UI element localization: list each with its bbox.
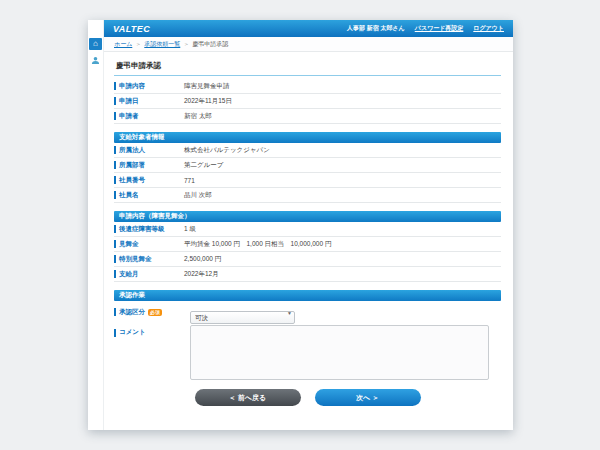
label-accent-bar <box>114 270 116 278</box>
breadcrumb-separator: ＞ <box>135 40 141 49</box>
label-accent-bar <box>114 161 116 169</box>
field-value: 新宿 太郎 <box>184 112 212 121</box>
sidebar-item-home[interactable]: ⌂ <box>89 38 102 50</box>
label-accent-bar <box>114 112 116 120</box>
label-accent-bar <box>114 176 116 184</box>
field-label: 見舞金 <box>114 240 184 249</box>
breadcrumb: ホーム ＞ 承認依頼一覧 ＞ 慶弔申請承認 <box>104 37 513 52</box>
page-title: 慶弔申請承認 <box>114 58 501 76</box>
sidebar-item-people[interactable] <box>89 54 102 66</box>
button-row: ＜ 前へ戻る 次へ ＞ <box>114 389 501 406</box>
approval-decision-row: 承認区分 必須 可決 ▼ <box>114 301 501 323</box>
field-value: 2,500,000 円 <box>184 255 221 264</box>
field-value: 1 級 <box>184 225 196 234</box>
field-label: 社員名 <box>114 191 184 200</box>
comment-textarea[interactable] <box>190 325 489 380</box>
table-row: 申請内容 障害見舞金申請 <box>114 79 501 94</box>
field-label: 承認区分 必須 <box>114 308 190 317</box>
field-value: 株式会社バルテックジャパン <box>184 146 270 155</box>
label-accent-bar <box>114 225 116 233</box>
field-value: 品川 次郎 <box>184 191 212 200</box>
field-label: 社員番号 <box>114 176 184 185</box>
next-button[interactable]: 次へ ＞ <box>315 389 421 406</box>
comment-row: コメント <box>114 325 501 380</box>
people-icon <box>91 56 100 65</box>
label-accent-bar <box>114 191 116 199</box>
table-row: 社員名 品川 次郎 <box>114 188 501 203</box>
approval-decision-select[interactable]: 可決 <box>190 311 295 324</box>
field-label: 特別見舞金 <box>114 255 184 264</box>
label-accent-bar <box>114 308 116 316</box>
approval-select-wrap: 可決 ▼ <box>190 306 295 319</box>
desktop-background: ⌂ VALTEC 人事部 新宿 太郎さん パスワード再設定 ログアウト <box>0 0 600 450</box>
field-value: 平均賃金 10,000 円 1,000 日相当 10,000,000 円 <box>184 240 331 249</box>
table-row: 申請日 2022年11月15日 <box>114 94 501 109</box>
table-row: 見舞金 平均賃金 10,000 円 1,000 日相当 10,000,000 円 <box>114 237 501 252</box>
field-value: 第二グループ <box>184 161 223 170</box>
field-label: 申請日 <box>114 97 184 106</box>
label-accent-bar <box>114 82 116 90</box>
label-accent-bar <box>114 329 116 337</box>
valtec-logo: VALTEC <box>113 24 150 34</box>
header-bar: VALTEC 人事部 新宿 太郎さん パスワード再設定 ログアウト <box>104 20 513 37</box>
logged-in-user: 人事部 新宿 太郎さん <box>347 24 405 33</box>
breadcrumb-home-link[interactable]: ホーム <box>114 40 132 49</box>
password-reset-link[interactable]: パスワード再設定 <box>415 24 464 33</box>
label-accent-bar <box>114 240 116 248</box>
field-label: 所属法人 <box>114 146 184 155</box>
field-value: 障害見舞金申請 <box>184 82 230 91</box>
table-row: 所属部署 第二グループ <box>114 158 501 173</box>
table-row: 社員番号 771 <box>114 173 501 188</box>
main-column: VALTEC 人事部 新宿 太郎さん パスワード再設定 ログアウト ホーム ＞ … <box>104 20 513 430</box>
field-label: 申請内容 <box>114 82 184 91</box>
header-right: 人事部 新宿 太郎さん パスワード再設定 ログアウト <box>347 24 504 33</box>
label-accent-bar <box>114 146 116 154</box>
breadcrumb-current: 慶弔申請承認 <box>192 40 228 49</box>
section-header-detail: 申請内容（障害見舞金） <box>114 211 501 222</box>
section-header-target: 支給対象者情報 <box>114 132 501 143</box>
table-row: 申請者 新宿 太郎 <box>114 109 501 124</box>
field-label: 申請者 <box>114 112 184 121</box>
field-label: 支給月 <box>114 270 184 279</box>
field-value: 771 <box>184 177 195 184</box>
label-accent-bar <box>114 255 116 263</box>
app-window: ⌂ VALTEC 人事部 新宿 太郎さん パスワード再設定 ログアウト <box>88 20 513 430</box>
section-header-approval: 承認作業 <box>114 290 501 301</box>
required-badge: 必須 <box>148 309 162 316</box>
label-accent-bar <box>114 97 116 105</box>
home-icon: ⌂ <box>93 40 98 48</box>
table-row: 後遺症障害等級 1 級 <box>114 222 501 237</box>
table-row: 特別見舞金 2,500,000 円 <box>114 252 501 267</box>
table-row: 所属法人 株式会社バルテックジャパン <box>114 143 501 158</box>
field-label: 後遺症障害等級 <box>114 225 184 234</box>
back-button[interactable]: ＜ 前へ戻る <box>195 389 301 406</box>
content-area: 慶弔申請承認 申請内容 障害見舞金申請 申請日 2022年11月15日 <box>104 52 513 430</box>
field-value: 2022年12月 <box>184 270 219 279</box>
breadcrumb-list-link[interactable]: 承認依頼一覧 <box>144 40 180 49</box>
field-value: 2022年11月15日 <box>184 97 232 106</box>
field-label: 所属部署 <box>114 161 184 170</box>
breadcrumb-separator: ＞ <box>183 40 189 49</box>
sidebar: ⌂ <box>88 20 104 430</box>
field-label: コメント <box>114 325 190 337</box>
logout-link[interactable]: ログアウト <box>473 24 504 33</box>
table-row: 支給月 2022年12月 <box>114 267 501 282</box>
